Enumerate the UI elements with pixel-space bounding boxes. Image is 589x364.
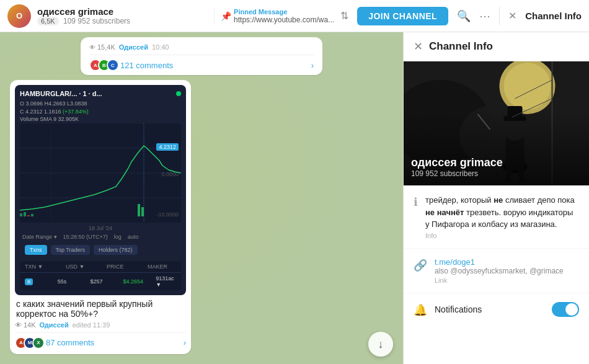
chart-symbol: HAMBURGLAR/... · 1 · d...	[20, 90, 102, 97]
chart-canvas: 4.2312 0.0000 -10.0000	[20, 123, 181, 223]
bell-icon: 🔔	[414, 303, 427, 317]
chart-change: C 4.2312 1.1616 (+37.84%)	[20, 108, 181, 116]
channel-name: одиссея grimace	[37, 6, 208, 17]
svg-rect-8	[31, 214, 33, 216]
channel-avatar: О	[7, 4, 31, 28]
chart-comments-button[interactable]: A M X 87 comments ›	[15, 332, 186, 349]
topbar-actions: ⇅ JOIN CHANNEL 🔍 ⋯ ✕ Channel Info	[340, 7, 582, 25]
description-section: ℹ трейдер, который не сливает депо пока …	[404, 185, 589, 249]
commenter-avatars: A B C	[89, 59, 115, 71]
chart-date-label: 18 Jul '24	[20, 224, 181, 233]
divider	[499, 7, 500, 25]
chart-current-price: 4.2312	[156, 143, 179, 151]
channel-cover-image: одиссея grimace 109 952 subscribers	[404, 61, 589, 185]
chart-negative: -10.0000	[156, 211, 179, 218]
chart-tabs: Txns Top Traders Holders (782)	[20, 241, 181, 259]
live-indicator	[176, 91, 181, 96]
chart-time: edited 11:39	[73, 321, 110, 329]
message-bubble: 👁 15,4K Одиссей 10:40 A B C 121 comments…	[81, 37, 322, 75]
chart-comments-label[interactable]: 87 comments	[46, 338, 94, 347]
comments-label[interactable]: 121 comments	[120, 61, 173, 70]
col-txn: TXN ▼	[25, 264, 53, 270]
table-header: TXN ▼ USD ▼ PRICE MAKER	[20, 261, 181, 272]
filter-icon[interactable]: ⇅	[340, 10, 348, 22]
tab-top-traders[interactable]: Top Traders	[51, 245, 91, 255]
channel-link[interactable]: t.me/doge1	[435, 257, 579, 267]
link-section: 🔗 t.me/doge1 also @odysseyfucksmarket, @…	[404, 249, 589, 293]
svg-rect-9	[138, 204, 140, 216]
info-panel-header: ✕ Channel Info	[404, 32, 589, 61]
chart-avatar-3: X	[32, 337, 45, 349]
text-line1: с каких значений первый крупный	[16, 299, 153, 309]
chart-stats: O 3.0696 H4.2663 L3.0838 C 4.2312 1.1616…	[20, 100, 181, 123]
cover-channel-info: одиссея grimace 109 952 subscribers	[411, 156, 503, 178]
close-panel-icon[interactable]: ✕	[508, 10, 516, 22]
channel-info-panel: ✕ Channel Info	[403, 32, 589, 364]
message-text: с каких значений первый крупный корректо…	[16, 299, 185, 319]
cell-maker: 9131ac ▼	[156, 275, 176, 288]
also-links: also @odysseyfucksmarket, @grimace	[435, 267, 579, 275]
notifications-label: Notifications	[435, 304, 544, 314]
col-usd: USD ▼	[66, 264, 94, 270]
cover-art: одиссея grimace 109 952 subscribers	[404, 61, 589, 185]
message-time: 10:40	[152, 43, 169, 51]
close-info-button[interactable]: ✕	[414, 40, 423, 53]
chart-message-meta: 👁 14K Одиссей edited 11:39	[15, 321, 186, 329]
topbar: О одиссея grimace 6,5K 109 952 subscribe…	[0, 0, 589, 32]
chart-commenter-avatars: A M X	[15, 337, 41, 349]
subscriber-count: 6,5K 109 952 subscribers	[37, 17, 208, 25]
chart-zero: 0.0000	[161, 171, 179, 177]
tab-txns[interactable]: Txns	[25, 245, 47, 255]
link-label: Link	[435, 277, 579, 284]
chart-comments-arrow[interactable]: ›	[184, 338, 186, 347]
log-label: log	[114, 234, 122, 240]
table-row: B 55s $257 $4.2654 9131ac ▼	[20, 272, 181, 290]
pin-icon: 📌	[221, 11, 231, 21]
chart-volume: Volume SMA 9 32.905K	[20, 115, 181, 123]
description-content: трейдер, который не сливает депо пока не…	[425, 194, 579, 239]
pinned-url: https://www.youtube.com/wa...	[234, 16, 334, 24]
channel-info-label: Channel Info	[525, 11, 582, 21]
svg-rect-10	[141, 207, 144, 216]
eye-icon-2: 👁	[15, 321, 22, 329]
channel-info-topbar: одиссея grimace 6,5K 109 952 subscribers	[37, 6, 208, 25]
link-content: t.me/doge1 also @odysseyfucksmarket, @gr…	[435, 257, 579, 284]
chat-area: 👁 15,4K Одиссей 10:40 A B C 121 comments…	[0, 32, 403, 364]
trading-chart-card: HAMBURGLAR/... · 1 · d... O 3.0696 H4.26…	[15, 85, 186, 295]
message-sender: Одиссей	[119, 43, 148, 51]
auto-label: auto	[128, 234, 139, 240]
cell-type: B	[25, 278, 45, 285]
cell-time: 55s	[58, 278, 78, 285]
buy-badge: B	[25, 278, 33, 285]
pinned-message-content: Pinned Message https://www.youtube.com/w…	[234, 8, 334, 24]
search-icon[interactable]: 🔍	[457, 9, 471, 23]
chart-ohlc: O 3.0696 H4.2663 L3.0838	[20, 100, 181, 108]
notifications-toggle[interactable]	[552, 302, 579, 317]
scroll-down-button[interactable]: ↓	[368, 332, 393, 357]
cover-channel-name: одиссея grimace	[411, 156, 503, 169]
info-panel-title: Channel Info	[429, 40, 579, 53]
main-layout: 👁 15,4K Одиссей 10:40 A B C 121 comments…	[0, 32, 589, 364]
subscriber-badge: 6,5K	[37, 17, 59, 25]
channel-description: трейдер, который не сливает депо пока не…	[425, 194, 579, 231]
avatar-3: C	[107, 59, 119, 71]
pinned-label: Pinned Message	[234, 8, 334, 16]
message-list: 👁 15,4K Одиссей 10:40 A B C 121 comments…	[0, 32, 403, 364]
cell-price: $4.2654	[123, 278, 143, 285]
info-icon: ℹ	[414, 195, 418, 209]
join-channel-button[interactable]: JOIN CHANNEL	[357, 7, 448, 25]
chart-topbar: HAMBURGLAR/... · 1 · d...	[20, 90, 181, 97]
time-label: 15:28:50 (UTC+7)	[63, 234, 108, 240]
svg-rect-5	[20, 213, 22, 216]
svg-rect-7	[27, 215, 30, 216]
comments-button[interactable]: A B C 121 comments ›	[89, 55, 314, 71]
col-maker: MAKER	[148, 264, 176, 270]
more-options-icon[interactable]: ⋯	[479, 9, 490, 23]
chart-sender: Одиссей	[40, 321, 69, 329]
comments-arrow-icon[interactable]: ›	[311, 61, 314, 70]
chart-message-bubble: HAMBURGLAR/... · 1 · d... O 3.0696 H4.26…	[10, 80, 191, 354]
cell-usd: $257	[91, 278, 111, 285]
pinned-message-area[interactable]: 📌 Pinned Message https://www.youtube.com…	[214, 8, 334, 24]
notifications-section: 🔔 Notifications	[404, 293, 589, 326]
tab-holders[interactable]: Holders (782)	[94, 245, 138, 255]
